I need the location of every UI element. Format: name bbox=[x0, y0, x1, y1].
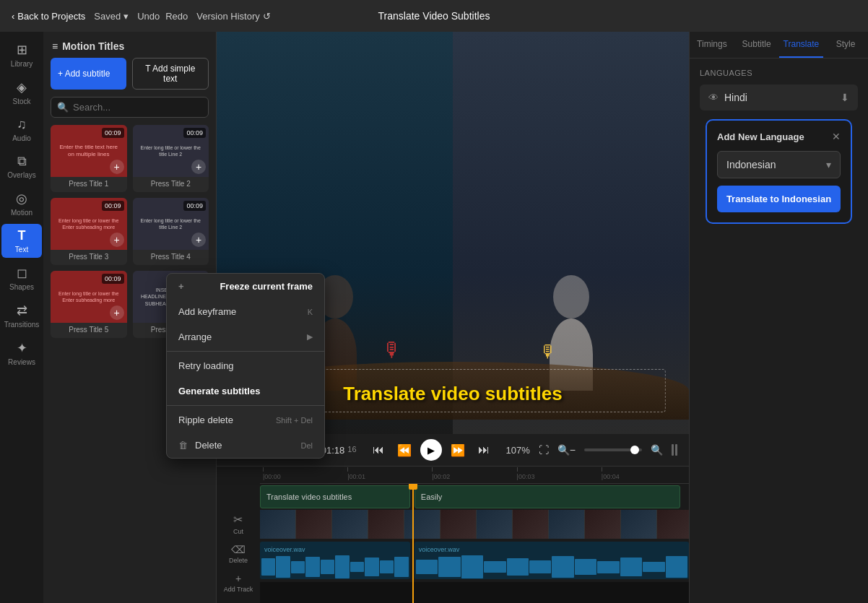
add-track-label: Add Track bbox=[224, 586, 253, 593]
translate-button[interactable]: Translate to Indonesian bbox=[717, 186, 841, 212]
title-card-3[interactable]: Enter long title or lower theEnter subhe… bbox=[51, 198, 127, 265]
title-card-4[interactable]: Enter long title or lower thetitle Line … bbox=[133, 198, 209, 265]
saved-button[interactable]: Saved ▾ bbox=[94, 11, 129, 22]
library-icon: ⊞ bbox=[17, 42, 27, 58]
search-input[interactable] bbox=[73, 102, 202, 113]
card-label-5: Press Title 5 bbox=[51, 323, 127, 338]
ctx-generate-subtitles[interactable]: Generate subtitles bbox=[167, 378, 324, 404]
saved-chevron-icon: ▾ bbox=[123, 11, 129, 22]
title-card-2[interactable]: Enter long title or lower thetitle Line … bbox=[133, 125, 209, 192]
title-card-1[interactable]: Enter the title text hereon multiple lin… bbox=[51, 125, 127, 192]
popup-title: Add New Language bbox=[717, 131, 804, 142]
ctx-retry-loading[interactable]: Retry loading bbox=[167, 353, 324, 378]
zoom-in-button[interactable]: 🔍 bbox=[651, 444, 663, 456]
timeline-playhead[interactable] bbox=[412, 484, 414, 603]
add-track-icon: + bbox=[235, 573, 241, 584]
search-icon: 🔍 bbox=[57, 102, 69, 113]
ctx-ripple-delete[interactable]: Ripple delete Shift + Del bbox=[167, 407, 324, 433]
frame-7 bbox=[477, 510, 513, 539]
skip-end-button[interactable]: ⏭ bbox=[474, 440, 494, 460]
card-label-3: Press Title 3 bbox=[51, 250, 127, 265]
card-add-5[interactable]: + bbox=[110, 305, 124, 320]
ctx-delete[interactable]: 🗑 Delete Del bbox=[167, 433, 324, 458]
language-name-hindi: Hindi bbox=[724, 92, 835, 103]
play-button[interactable]: ▶ bbox=[420, 439, 442, 461]
sidebar-item-stock[interactable]: ◈ Stock bbox=[1, 75, 42, 110]
tab-translate[interactable]: Translate bbox=[779, 32, 824, 58]
ctx-separator-1 bbox=[167, 351, 324, 352]
title-card-5[interactable]: Enter long title or lower theEnter subhe… bbox=[51, 271, 127, 338]
w17 bbox=[552, 556, 573, 578]
w15 bbox=[507, 558, 529, 576]
card-add-2[interactable]: + bbox=[191, 160, 206, 174]
card-add-4[interactable]: + bbox=[191, 233, 206, 247]
skip-start-button[interactable]: ⏮ bbox=[368, 440, 389, 460]
w6 bbox=[335, 555, 349, 578]
timeline-tools: ✂ Cut ⌫ Delete + Add Track bbox=[217, 467, 260, 603]
audio-clip-1[interactable]: voiceover.wav bbox=[260, 542, 410, 579]
forward-button[interactable]: ⏩ bbox=[448, 440, 468, 460]
card-thumb-4: Enter long title or lower thetitle Line … bbox=[133, 198, 209, 250]
zoom-out-button[interactable]: 🔍− bbox=[557, 444, 576, 456]
sidebar-item-reviews[interactable]: ✦ Reviews bbox=[1, 336, 42, 370]
sidebar-item-library[interactable]: ⊞ Library bbox=[1, 38, 42, 72]
cut-icon: ✂ bbox=[233, 513, 243, 526]
language-dropdown[interactable]: Indonesian ▾ bbox=[717, 151, 841, 178]
frame-5 bbox=[404, 510, 440, 539]
delete-tool[interactable]: ⌫ Delete bbox=[226, 541, 251, 567]
ctx-add-keyframe[interactable]: Add keyframe K bbox=[167, 299, 324, 324]
ctx-arrange[interactable]: Arrange ▶ bbox=[167, 324, 324, 350]
fit-button[interactable]: ⛶ bbox=[539, 444, 549, 456]
add-simple-text-button[interactable]: T Add simple text bbox=[132, 58, 209, 90]
sidebar-item-overlays[interactable]: ⧉ Overlays bbox=[1, 149, 42, 183]
ripple-delete-label: Ripple delete bbox=[178, 415, 233, 425]
audio-icon: ♫ bbox=[17, 117, 27, 132]
language-download-icon[interactable]: ⬇ bbox=[841, 92, 849, 103]
sidebar-item-transitions[interactable]: ⇄ Transitions bbox=[1, 298, 42, 333]
page-title: Translate Video Subtitles bbox=[378, 10, 490, 22]
add-track-tool[interactable]: + Add Track bbox=[221, 570, 256, 596]
search-box[interactable]: 🔍 bbox=[51, 97, 209, 118]
subtitle-clip-1[interactable]: Translate video subtitles bbox=[260, 485, 410, 508]
version-history-button[interactable]: Version History ↺ bbox=[196, 11, 270, 22]
card-add-3[interactable]: + bbox=[110, 233, 124, 247]
sidebar-item-text[interactable]: T Text bbox=[1, 224, 42, 258]
language-visibility-icon[interactable]: 👁 bbox=[708, 92, 719, 103]
zoom-thumb bbox=[630, 446, 639, 454]
tab-style[interactable]: Style bbox=[823, 32, 868, 58]
tab-subtitle[interactable]: Subtitle bbox=[734, 32, 779, 58]
redo-button[interactable]: Redo bbox=[165, 11, 188, 22]
pause-bar-1 bbox=[672, 444, 674, 456]
w12 bbox=[438, 557, 460, 576]
back-to-projects-button[interactable]: ‹ Back to Projects bbox=[12, 11, 85, 22]
delete-icon: ⌫ bbox=[231, 544, 246, 555]
tab-timings[interactable]: Timings bbox=[690, 32, 734, 58]
ctx-freeze-frame[interactable]: Freeze current frame bbox=[167, 274, 324, 299]
card-add-1[interactable]: + bbox=[110, 160, 124, 174]
delete-label: Delete bbox=[229, 557, 248, 564]
popup-header: Add New Language ✕ bbox=[717, 131, 841, 142]
sidebar-item-shapes[interactable]: ◻ Shapes bbox=[1, 261, 42, 295]
trash-icon: 🗑 bbox=[178, 440, 188, 451]
add-new-language-popup: Add New Language ✕ Indonesian ▾ Translat… bbox=[706, 119, 852, 224]
panel-header: ≡ Motion Titles bbox=[43, 32, 216, 58]
add-keyframe-shortcut: K bbox=[308, 308, 313, 316]
dropdown-chevron-icon: ▾ bbox=[826, 159, 831, 170]
zoom-slider[interactable] bbox=[584, 448, 642, 451]
undo-redo-group: Undo Redo bbox=[137, 11, 188, 22]
frame-9 bbox=[549, 510, 585, 539]
cut-tool[interactable]: ✂ Cut bbox=[230, 510, 246, 538]
w18 bbox=[575, 559, 596, 575]
undo-button[interactable]: Undo bbox=[137, 11, 160, 22]
card-label-1: Press Title 1 bbox=[51, 177, 127, 192]
ruler-marks: |00:00 |00:01 |00:02 |00:03 |00:04 bbox=[260, 473, 689, 480]
sidebar-item-audio[interactable]: ♫ Audio bbox=[1, 113, 42, 147]
timeline-tracks: Translate video subtitles Easily bbox=[260, 484, 689, 603]
subtitle-clip-2[interactable]: Easily bbox=[415, 485, 680, 508]
audio-clip-2[interactable]: voiceover.wav bbox=[415, 542, 689, 579]
rewind-button[interactable]: ⏪ bbox=[394, 440, 415, 460]
motion-titles-icon: ≡ bbox=[52, 40, 58, 52]
popup-close-button[interactable]: ✕ bbox=[832, 131, 841, 142]
add-subtitle-button[interactable]: + Add subtitle bbox=[51, 58, 126, 90]
sidebar-item-motion[interactable]: ◎ Motion bbox=[1, 186, 42, 221]
